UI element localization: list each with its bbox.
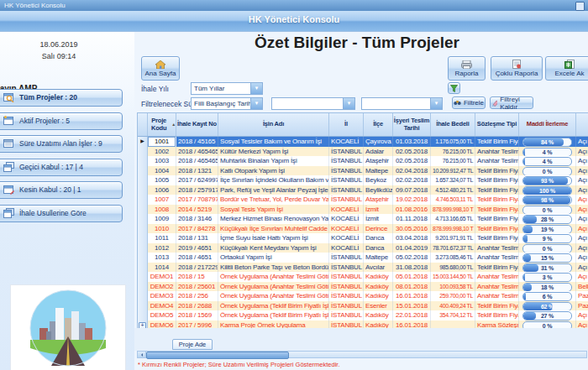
sidebar-item-active-projects[interactable]: Aktif Projeler : 5 [0,112,123,130]
cell-proje-kodu: 1002 [148,147,176,157]
cell-il: KOCAELİ [329,243,364,253]
filter-button[interactable]: Filtrele [452,96,486,109]
row-indicator [138,291,148,301]
header-proje-kodu[interactable]: Proje Kodu ▲ [148,113,176,136]
table-row[interactable]: DEMO3 2018 / 256 Örnek Uygulama (Anahtar… [138,291,588,301]
table-row[interactable]: 1013 2018 / 4651 Ortaokul Yapım İşi İSTA… [138,253,588,263]
horizontal-scrollbar[interactable] [137,351,587,358]
clear-filter-button[interactable]: Filtreyi Kaldır [490,96,533,109]
cell-sozlesme-tipi: Teklif Birim Fiyatlı [475,214,519,224]
sidebar-item-final-acceptance[interactable]: Kesin Kabul : 20 | 1 [0,181,123,199]
titlebar-corner-icon[interactable] [575,2,585,11]
table-row[interactable]: DEMO1 2018 / 15 Örnek Uygulama (Anahtar … [138,272,588,282]
cell-ihale-bedeli: 1.657.324,07 TL [431,175,475,185]
cell-teslim-tarihi: 30.05.2016 [393,224,431,234]
cell-isin-adi: Merkez Hizmet Binası Renovasyon Yapım İş… [218,214,329,224]
tender-year-select[interactable]: Tüm Yıllar ▼ [191,82,263,95]
table-row[interactable]: ▶ 1001 2018 / 45165 Sosyal Tesisler Bakı… [138,137,588,147]
table-row[interactable]: 1003 2018 / 465465 Muhtarlık Binaları Ya… [138,156,588,166]
header-ihale-kayit-no[interactable]: İhale Kayıt No [176,113,218,136]
header-ihale-bedeli[interactable]: İhale Bedeli [431,113,475,136]
cell-maddi-ilerleme: 4 % [519,147,576,157]
cell-ilce: Ataşehir [364,195,393,205]
tab-proje-adet[interactable]: Proje Ade [172,339,213,350]
cell-ilce: Ataşehir [364,156,393,166]
table-row[interactable]: 1011 2018 / 131 İçme Suyu İsale Hattı Ya… [138,233,588,243]
header-ihale-usulu[interactable] [576,113,588,136]
cell-sozlesme-tipi: Anahtar Teslimi Götü [475,253,519,263]
cell-ihale-kayit-no: 2014 / 5219 [176,205,218,215]
cell-sozlesme-tipi: Anahtar Teslimi Götü [475,156,519,166]
header-il[interactable]: İl [329,113,364,136]
cell-isin-adi: Ortaokul Yapım İşi [218,253,329,263]
filter-column-select[interactable]: Fiili Başlangıç Tarihi ▼ [191,97,263,110]
progress-bar: 28 % [522,215,572,224]
cell-ihale-kayit-no: 2018 / 15 [176,272,218,282]
table-row[interactable]: 1002 2018 / 465465 Kültür Merkezi Yapım … [138,147,588,157]
filter-value-select-1[interactable]: ▼ [271,97,355,110]
header-isin-adi[interactable]: İşin Adı [218,113,329,136]
filter-value-select-2[interactable]: ▼ [361,97,443,110]
progress-bar: 27 % [522,311,572,320]
window-edit-icon [3,185,14,195]
sidebar-item-provisional-acceptance[interactable]: Geçici Kabul : 17 | 4 [0,159,123,176]
cell-isin-adi: Katlı Otopark Yapım İşi [218,166,329,176]
advanced-filter-button[interactable] [448,82,460,94]
scroll-left-arrow[interactable] [138,352,146,357]
chevron-down-icon[interactable]: ▼ [343,98,354,109]
table-row[interactable]: 1010 2017 / 84278 Küçükyalı İlçe Sınırla… [138,224,588,234]
sidebar-item-by-tender-method[interactable]: İhale Usullerine Göre [0,205,123,222]
row-indicator [138,156,148,166]
cell-ihale-usulu: Açı [576,205,588,215]
window-titlebar[interactable]: HK Yönetici Konsolu [0,0,588,11]
report-button[interactable]: Raporla [448,56,486,81]
progress-bar: 0 % [522,206,572,215]
home-button[interactable]: Ana Sayfa [141,56,180,81]
chevron-down-icon[interactable]: ▼ [430,98,442,109]
cell-proje-kodu: DEMO3 [148,291,176,301]
row-indicator: ▶ [138,137,148,147]
row-indicator [138,175,148,185]
cell-sozlesme-tipi: Teklif Birim Fiyatlı [475,263,519,273]
table-row[interactable]: 1006 2018 / 257917 Park, Refüj ve Yeşil … [138,185,588,195]
header-indicator [138,113,148,136]
cell-ihale-usulu: Açı [576,185,588,195]
table-row[interactable]: 1012 2019 / 4651 Küçükyalı Kent Meydanı … [138,243,588,253]
cell-ihale-usulu: Paz [576,291,588,301]
header-sozlesme-tipi[interactable]: Sözleşme Tipi [475,113,519,136]
cell-ihale-usulu: Açı [576,243,588,253]
table-row[interactable]: 1009 2018 / 3146 Merkez Hizmet Binası Re… [138,214,588,224]
multi-report-button[interactable]: Çoklu Raporla [491,56,543,81]
cell-maddi-ilerleme: 98 % [519,195,576,205]
table-row[interactable]: DEMO2 2018 / 25601 Örnek Uygulama (Anaht… [138,282,588,292]
home-icon [155,60,165,69]
sidebar-item-extended-works[interactable]: Süre Uzatımı Alan İşler : 9 [0,135,123,153]
scrollbar-thumb[interactable] [146,352,289,359]
header-ilce[interactable]: İlçe [364,113,393,136]
table-row[interactable]: DEMO5 2018 / 1569 Örnek Uygulama (Teklif… [138,310,588,320]
sidebar-item-label: Kesin Kabul : 20 | 1 [19,182,81,198]
cell-teslim-tarihi: 03.04.2018 [393,233,431,243]
chevron-down-icon[interactable]: ▼ [250,98,262,109]
cell-ilce: Avcılar [364,263,393,273]
table-row[interactable]: 1004 2018 / 1321 Katlı Otopark Yapım İşi… [138,166,588,176]
table-row[interactable]: 1007 2017 / 708797 Bordür ve Tretuar, Yo… [138,195,588,205]
table-row[interactable]: 1008 2014 / 5219 Sosyal Tesis Yapım İşi … [138,205,588,215]
header-maddi-ilerleme[interactable]: Maddi İlerleme [519,113,576,136]
header-isyeri-teslim-tarihi[interactable]: İşyeri Teslim Tarihi [393,113,431,136]
table-row[interactable]: DEMO4 2018 / 2688 Örnek Uygulama (Teklif… [138,301,588,311]
cell-ihale-bedeli: 9.201.971,91 TL [431,233,475,243]
table-row[interactable]: 1005 2017 / 624997 İlçe Sınırları İçinde… [138,175,588,185]
chevron-down-icon[interactable]: ▼ [250,83,262,94]
table-row[interactable]: 1014 2018 / 217229 Kilitli Beton Parke T… [138,263,588,273]
cell-ilce: Kadıköy [364,291,393,301]
progress-bar: 19 % [522,225,572,234]
cell-il: İSTANBUL [329,282,364,292]
row-indicator [138,310,148,320]
progress-bar: 0 % [522,244,572,253]
cell-ihale-kayit-no: 2018 / 131 [176,233,218,243]
export-excel-button[interactable]: Excele Ak [545,56,588,81]
progress-bar: 6 % [522,292,572,301]
sidebar-item-all-projects[interactable]: Tüm Projeler : 20 [0,89,123,107]
cell-maddi-ilerleme: 15 % [519,253,576,263]
